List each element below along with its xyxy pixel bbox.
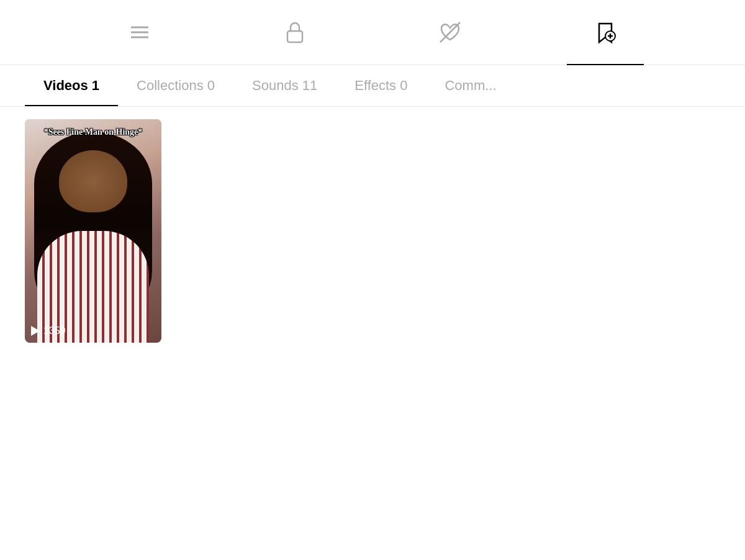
svg-rect-3 <box>287 31 302 42</box>
video-card[interactable]: *Sees Fine Man on Hinge* 1359 <box>25 119 161 343</box>
tab-collections[interactable]: Collections 0 <box>118 65 233 106</box>
video-title-overlay: *Sees Fine Man on Hinge* <box>25 127 161 138</box>
tab-videos[interactable]: Videos 1 <box>25 65 118 106</box>
tabs-row: Videos 1 Collections 0 Sounds 11 Effects… <box>0 65 745 107</box>
tab-comments[interactable]: Comm... <box>426 65 515 106</box>
top-icon-bar <box>0 0 745 65</box>
tab-effects[interactable]: Effects 0 <box>336 65 426 106</box>
video-play-info: 1359 <box>31 325 66 336</box>
video-thumbnail <box>25 119 161 343</box>
play-icon <box>31 326 40 336</box>
videos-tab-icon[interactable] <box>101 12 178 52</box>
content-area: *Sees Fine Man on Hinge* 1359 <box>0 107 745 355</box>
view-count: 1359 <box>43 325 66 336</box>
private-tab-icon[interactable] <box>256 12 333 52</box>
saved-tab-icon[interactable] <box>567 12 644 52</box>
tab-sounds[interactable]: Sounds 11 <box>233 65 336 106</box>
liked-tab-icon[interactable] <box>412 12 489 52</box>
face-decoration <box>59 150 127 212</box>
